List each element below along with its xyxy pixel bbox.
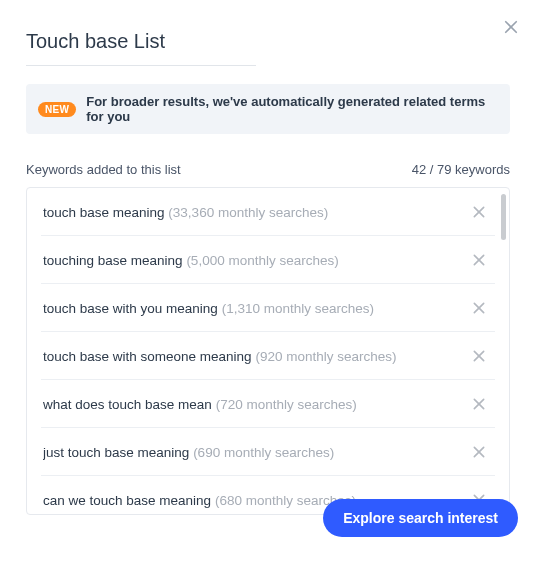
close-icon	[502, 18, 520, 36]
keyword-row: touching base meaning (5,000 monthly sea…	[41, 236, 495, 284]
keyword-text: touching base meaning (5,000 monthly sea…	[43, 253, 339, 268]
modal-container: Touch base List NEW For broader results,…	[0, 0, 536, 515]
keyword-term: just touch base meaning	[43, 445, 189, 460]
keyword-meta: (33,360 monthly searches)	[168, 205, 328, 220]
keyword-text: touch base with you meaning (1,310 month…	[43, 301, 374, 316]
keyword-term: touch base with you meaning	[43, 301, 218, 316]
close-icon	[471, 300, 487, 316]
list-header: Keywords added to this list 42 / 79 keyw…	[26, 162, 510, 177]
close-icon	[471, 444, 487, 460]
keyword-meta: (5,000 monthly searches)	[186, 253, 338, 268]
keyword-meta: (690 monthly searches)	[193, 445, 334, 460]
keyword-row: touch base with someone meaning (920 mon…	[41, 332, 495, 380]
banner-text: For broader results, we've automatically…	[86, 94, 498, 124]
keyword-text: touch base with someone meaning (920 mon…	[43, 349, 396, 364]
close-icon	[471, 252, 487, 268]
close-icon	[471, 348, 487, 364]
remove-keyword-button[interactable]	[471, 300, 487, 316]
keyword-term: can we touch base meaning	[43, 493, 211, 508]
remove-keyword-button[interactable]	[471, 396, 487, 412]
info-banner: NEW For broader results, we've automatic…	[26, 84, 510, 134]
keyword-term: touch base meaning	[43, 205, 165, 220]
close-icon	[471, 396, 487, 412]
keyword-row: touch base with you meaning (1,310 month…	[41, 284, 495, 332]
keyword-term: touch base with someone meaning	[43, 349, 252, 364]
keyword-term: touching base meaning	[43, 253, 183, 268]
keyword-text: just touch base meaning (690 monthly sea…	[43, 445, 334, 460]
keyword-term: what does touch base mean	[43, 397, 212, 412]
remove-keyword-button[interactable]	[471, 204, 487, 220]
keyword-row: just touch base meaning (690 monthly sea…	[41, 428, 495, 476]
keyword-text: can we touch base meaning (680 monthly s…	[43, 493, 356, 508]
keyword-meta: (920 monthly searches)	[255, 349, 396, 364]
explore-search-interest-button[interactable]: Explore search interest	[323, 499, 518, 537]
keyword-row: what does touch base mean (720 monthly s…	[41, 380, 495, 428]
keyword-list: touch base meaning (33,360 monthly searc…	[26, 187, 510, 515]
keyword-text: touch base meaning (33,360 monthly searc…	[43, 205, 328, 220]
list-header-label: Keywords added to this list	[26, 162, 181, 177]
remove-keyword-button[interactable]	[471, 348, 487, 364]
modal-title: Touch base List	[26, 30, 256, 66]
remove-keyword-button[interactable]	[471, 252, 487, 268]
keyword-count: 42 / 79 keywords	[412, 162, 510, 177]
keyword-meta: (1,310 monthly searches)	[222, 301, 374, 316]
new-badge: NEW	[38, 102, 76, 117]
modal-footer: Explore search interest	[323, 499, 518, 537]
close-modal-button[interactable]	[502, 18, 520, 36]
scrollbar-thumb[interactable]	[501, 194, 506, 240]
keyword-meta: (720 monthly searches)	[216, 397, 357, 412]
remove-keyword-button[interactable]	[471, 444, 487, 460]
keyword-row: touch base meaning (33,360 monthly searc…	[41, 188, 495, 236]
close-icon	[471, 204, 487, 220]
keyword-text: what does touch base mean (720 monthly s…	[43, 397, 357, 412]
